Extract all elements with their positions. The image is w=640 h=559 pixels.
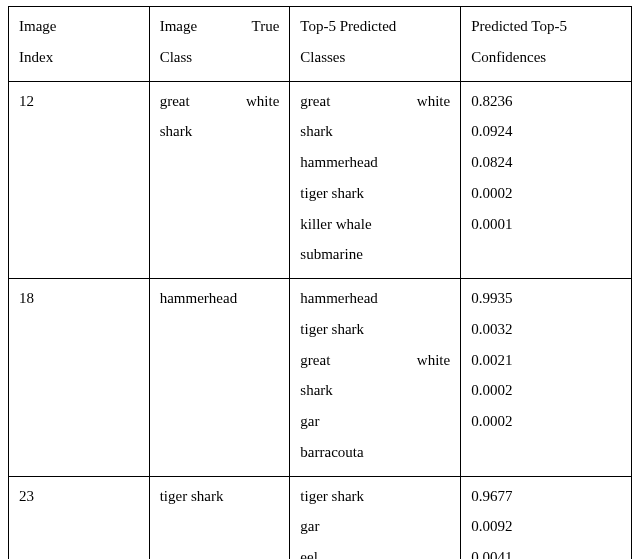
cell-true-class: tiger shark bbox=[149, 476, 290, 559]
table-row: 12greatwhitesharkgreatwhitesharkhammerhe… bbox=[9, 81, 632, 279]
predictions-table: Image Index Image True Class Top-5 Predi… bbox=[8, 6, 632, 559]
cell-predicted-classes: hammerheadtiger sharkgreatwhitesharkgarb… bbox=[290, 279, 461, 477]
cell-predicted-classes: greatwhitesharkhammerheadtiger sharkkill… bbox=[290, 81, 461, 279]
cell-predicted-classes: tiger sharkgareelhammerheadsturgeon bbox=[290, 476, 461, 559]
header-confidences: Predicted Top-5 Confidences bbox=[461, 7, 632, 82]
cell-true-class: hammerhead bbox=[149, 279, 290, 477]
cell-true-class: greatwhiteshark bbox=[149, 81, 290, 279]
cell-image-index: 18 bbox=[9, 279, 150, 477]
header-predicted-classes: Top-5 Predicted Classes bbox=[290, 7, 461, 82]
table-row: 18hammerheadhammerheadtiger sharkgreatwh… bbox=[9, 279, 632, 477]
header-true-class: Image True Class bbox=[149, 7, 290, 82]
cell-confidences: 0.96770.00920.00410.00310.0029 bbox=[461, 476, 632, 559]
table-header-row: Image Index Image True Class Top-5 Predi… bbox=[9, 7, 632, 82]
cell-image-index: 12 bbox=[9, 81, 150, 279]
cell-confidences: 0.99350.00320.00210.00020.0002 bbox=[461, 279, 632, 477]
cell-image-index: 23 bbox=[9, 476, 150, 559]
cell-confidences: 0.82360.09240.08240.00020.0001 bbox=[461, 81, 632, 279]
header-image-index: Image Index bbox=[9, 7, 150, 82]
table-row: 23tiger sharktiger sharkgareelhammerhead… bbox=[9, 476, 632, 559]
